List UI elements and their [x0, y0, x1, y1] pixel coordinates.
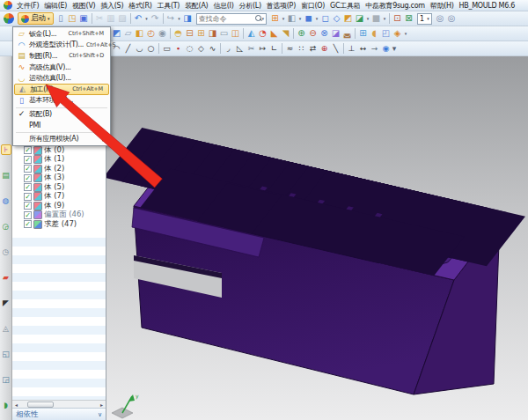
menu-item-machining[interactable]: ◭ 加工(N)... Ctrl+Alt+M — [14, 84, 109, 95]
work-layer-icon[interactable]: ◎ — [435, 12, 446, 25]
arc-icon[interactable]: ◡ — [134, 42, 145, 55]
undo-caret-icon[interactable]: ▾ — [144, 12, 150, 25]
start-button[interactable]: 启动 ▾ — [18, 12, 54, 25]
menu-insert[interactable]: 插入(S) — [98, 1, 126, 11]
pad-icon[interactable]: ⊞ — [195, 27, 207, 40]
mirror-curve-icon[interactable]: ⇄ — [307, 42, 319, 55]
part-navigator-tab[interactable]: ⊦ — [1, 144, 11, 155]
history-tab[interactable]: ◶ — [1, 221, 11, 232]
menu-item-motion-sim[interactable]: ◡ 运动仿真(U)... — [14, 72, 109, 84]
constraint-icon[interactable]: ⊥ — [346, 42, 357, 55]
offset-curve-icon[interactable]: ≈ — [284, 42, 296, 55]
menu-assemblies[interactable]: 装配(A) — [182, 1, 210, 11]
search-input[interactable] — [199, 14, 255, 24]
window-tab-2[interactable]: ◲ — [1, 374, 11, 385]
toolbar-separator[interactable] — [170, 28, 171, 39]
move-object-icon[interactable]: ⊡ — [392, 12, 403, 25]
clock-tab[interactable]: ◷ — [1, 247, 11, 257]
visibility-checkbox[interactable]: ✓ — [24, 156, 32, 164]
split-body-icon[interactable]: ◛ — [341, 27, 353, 40]
background-icon[interactable]: ■ — [370, 12, 382, 25]
reuse-library-tab[interactable]: ▤ — [1, 170, 11, 181]
toolbar-separator[interactable] — [243, 28, 244, 39]
emboss-icon[interactable]: ◨ — [207, 27, 218, 40]
toolbar-separator[interactable] — [158, 43, 159, 54]
toolbar-separator[interactable] — [343, 43, 344, 54]
navigator-row[interactable]: ✓ 求差 (47) — [12, 220, 106, 230]
display-part-icon[interactable]: ◨ — [182, 12, 194, 25]
unite-icon[interactable]: ⊕ — [296, 27, 307, 40]
new-window-icon[interactable]: ⊠ — [403, 12, 414, 25]
hole-icon[interactable]: ◉ — [157, 27, 168, 40]
point-icon[interactable]: ∙ — [172, 42, 184, 55]
more-caret-icon[interactable]: ▾ — [403, 27, 408, 40]
datum-plane-icon[interactable]: ▱ — [122, 27, 134, 40]
visibility-checkbox[interactable]: ✓ — [24, 183, 32, 191]
graphics-window[interactable]: y — [106, 56, 528, 420]
menu-window[interactable]: 窗口(O) — [298, 1, 327, 11]
toolbar-separator[interactable] — [282, 43, 282, 54]
menu-format[interactable]: 格式(R) — [126, 1, 154, 11]
mirror-feature-icon[interactable]: ◖ — [369, 27, 380, 40]
shaded-view-icon[interactable]: ◼ — [303, 12, 314, 25]
menu-zhonglei-edu[interactable]: 中磊教育9sug.com — [363, 1, 427, 11]
menu-information[interactable]: 信息(I) — [210, 1, 236, 11]
layer-settings-icon[interactable]: ◎ — [446, 12, 458, 25]
extrude-icon[interactable]: ◧ — [134, 27, 145, 40]
ellipse-icon[interactable]: ◌ — [184, 42, 195, 55]
toolbar-separator[interactable] — [163, 13, 164, 24]
subtract-icon[interactable]: ⊖ — [307, 27, 319, 40]
sketch-icon[interactable]: ◩ — [111, 27, 122, 40]
toolbar-separator[interactable] — [389, 13, 390, 24]
wireframe-shaded-icon[interactable]: ◻ — [319, 12, 331, 25]
open-icon[interactable]: ◳ — [67, 12, 78, 25]
circle-icon[interactable]: ○ — [145, 42, 157, 55]
visibility-checkbox[interactable]: ✓ — [24, 165, 32, 173]
undo-icon[interactable]: ↶ — [133, 12, 144, 25]
part-title[interactable]: HB_MOULD M6.6 — [457, 2, 517, 10]
menu-item-studio[interactable]: ◠ 外观造型设计(T)... Ctrl+Alt+S — [14, 40, 109, 51]
rib-icon[interactable]: ◫ — [230, 27, 241, 40]
menu-item-drafting[interactable]: ▤ 制图(R)... Ctrl+Shift+D — [14, 50, 109, 62]
repeat-command-icon[interactable]: ↪ — [165, 12, 177, 25]
dependencies-header[interactable]: 相依性 ∨ — [12, 408, 106, 420]
new-file-icon[interactable]: ▯ — [55, 12, 67, 25]
menu-item-all-applications[interactable]: 所有应用模块(A) ▶ — [14, 133, 109, 144]
derived-line-icon[interactable]: ╲ — [330, 42, 341, 55]
save-icon[interactable]: ▣ — [78, 12, 90, 25]
display-constraint-icon[interactable]: ◉ — [380, 42, 392, 55]
visibility-checkbox[interactable]: ✓ — [24, 174, 32, 182]
chevron-collapse-icon[interactable]: ∨ — [98, 411, 102, 418]
menu-analysis[interactable]: 分析(L) — [237, 1, 264, 11]
reference-icon[interactable]: → — [369, 42, 380, 55]
offset-face-icon[interactable]: ◰ — [380, 27, 392, 40]
shaded-edges-icon[interactable]: ◧ — [286, 12, 297, 25]
scroll-right-icon[interactable]: ▸ — [98, 402, 106, 408]
fillet-icon[interactable]: ◞ — [223, 42, 234, 55]
quick-extend-icon[interactable]: ↦ — [257, 42, 268, 55]
copy-icon[interactable]: ▥ — [106, 12, 117, 25]
boss-icon[interactable]: ◓ — [172, 27, 184, 40]
command-finder[interactable]: ▾ — [196, 13, 268, 25]
web-browser-tab[interactable]: ◍ — [1, 195, 11, 206]
menu-item-sheet-metal[interactable]: ▱ 钣金(L)... Ctrl+Shift+M — [14, 28, 109, 40]
quick-trim-icon[interactable]: ✂ — [246, 42, 257, 55]
toolbar-separator[interactable] — [355, 28, 356, 39]
immediate-hide-icon[interactable]: ◪ — [354, 12, 365, 25]
process-tab[interactable]: ◬ — [1, 323, 11, 334]
shell-icon[interactable]: ◭ — [246, 27, 257, 40]
dimension-icon[interactable]: ↔ — [357, 42, 369, 55]
menu-preferences[interactable]: 首选项(P) — [264, 1, 298, 11]
redo-icon[interactable]: ↷ — [150, 12, 161, 25]
rectangle-icon[interactable]: ▭ — [161, 42, 172, 55]
menu-edit[interactable]: 编辑(E) — [41, 1, 70, 11]
trim-body-icon[interactable]: ◪ — [330, 27, 341, 40]
touch-tab[interactable]: ◗ — [1, 400, 11, 410]
navigator-horizontal-scrollbar[interactable]: ◂ ▸ — [12, 400, 106, 408]
visibility-checkbox[interactable]: ✓ — [24, 193, 32, 201]
draft-icon[interactable]: ◥ — [280, 27, 291, 40]
visibility-checkbox[interactable]: ✓ — [24, 211, 32, 219]
repeat-caret-icon[interactable]: ▾ — [177, 12, 182, 25]
visibility-checkbox[interactable]: ✓ — [24, 202, 32, 210]
menu-tools[interactable]: 工具(T) — [155, 1, 183, 11]
